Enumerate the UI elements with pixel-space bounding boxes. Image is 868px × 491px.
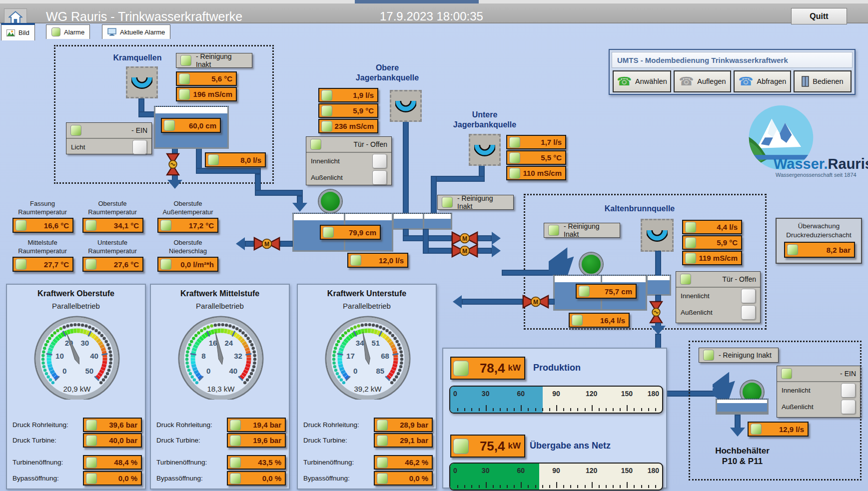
row-label: Bypassöffnung: <box>156 471 203 486</box>
hand-valve[interactable] <box>166 153 180 176</box>
cabinet-icon <box>802 76 809 87</box>
status-led <box>208 154 219 165</box>
licht-button[interactable] <box>132 140 147 154</box>
pipe-segment <box>428 248 452 254</box>
bypassoeffnung-display: 0,0 % <box>374 471 433 486</box>
obere-title: ObereJagerbankquelle <box>332 63 442 83</box>
kalt-outflow-display: 16,4 l/s <box>569 313 630 328</box>
phone-gray-icon: ☎ <box>679 75 694 87</box>
branch-arrows <box>549 246 585 277</box>
obere-flow-display: 1,9 l/s <box>318 88 378 102</box>
flow-arrow-left <box>453 295 462 308</box>
readout-label: UnterstufeRaumtemperatur <box>80 239 145 256</box>
flow-arrow-down <box>167 180 182 189</box>
status-lamp-green <box>580 253 603 276</box>
status-led <box>321 90 332 101</box>
druck-rohrleitung-display: 28,9 bar <box>374 418 433 432</box>
monitor-icon <box>107 28 116 36</box>
panel-label: ÜberwachungDruckreduzierschacht <box>777 222 861 239</box>
svg-text:34: 34 <box>356 339 364 347</box>
kraftwerk-unterstufe-panel: Kraftwerk Unterstufe Parallelbetrieb 017… <box>297 284 437 490</box>
turbinenoeffnung-display: 48,4 % <box>83 455 142 470</box>
hoch-reinigung-button[interactable]: - Reinigung Inakt <box>699 348 779 363</box>
bedienen-button[interactable]: Bedienen <box>794 70 852 92</box>
kalt-reinigung-button[interactable]: - Reinigung Inakt <box>544 223 620 238</box>
readout-label: OberstufeRaumtemperatur <box>80 200 145 217</box>
obere-tuer-panel: Tür - Offen Innenlicht Außenlicht <box>306 136 392 185</box>
tab-bild[interactable]: Bild <box>1 23 35 40</box>
kram-reinigung-button[interactable]: - Reinigung Inakt <box>176 53 252 68</box>
svg-text:M: M <box>533 299 538 306</box>
row-label: Druck Rohrleitung: <box>12 418 68 432</box>
kalt-tuer-panel: Tür - Offen Innenlicht Außenlicht <box>676 271 761 323</box>
auflegen-button[interactable]: ☎Auflegen <box>674 70 731 92</box>
motor-valve[interactable]: M <box>451 244 479 258</box>
spring-icon <box>469 134 501 166</box>
quit-button[interactable]: Quitt <box>791 8 847 24</box>
status-led <box>321 105 332 116</box>
tab-label: Aktuelle Alarme <box>120 28 165 36</box>
abfragen-button[interactable]: ☎Abfragen <box>734 70 791 92</box>
flow-arrow-down <box>292 203 307 212</box>
innenlicht-button[interactable] <box>741 289 756 303</box>
status-led <box>509 168 520 179</box>
collector-flow-display: 12,0 l/s <box>347 253 408 268</box>
readout-label: FassungRaumtemperatur <box>10 200 75 217</box>
row-label: Außenlicht <box>311 174 343 181</box>
anwaehlen-button[interactable]: ☎Anwählen <box>613 70 671 92</box>
innenlicht-button[interactable] <box>372 154 387 168</box>
motor-valve[interactable]: M <box>451 231 479 245</box>
svg-text:20,9 kW: 20,9 kW <box>63 385 91 393</box>
collector-tank-side <box>392 213 452 230</box>
status-led <box>579 286 590 297</box>
status-led <box>509 137 520 148</box>
svg-text:16: 16 <box>209 339 217 347</box>
kram-temp-display: 5,6 °C <box>176 71 237 86</box>
aussenlicht-button[interactable] <box>741 305 756 320</box>
hand-valve[interactable] <box>649 301 663 324</box>
flow-arrow-down <box>730 428 745 437</box>
phone-green-icon: ☎ <box>617 75 632 87</box>
status-led <box>15 220 26 231</box>
svg-text:40: 40 <box>229 367 237 375</box>
kram-conductivity-display: 196 mS/cm <box>176 87 237 101</box>
svg-text:24: 24 <box>225 339 233 347</box>
obere-conductivity-display: 236 mS/cm <box>318 119 378 133</box>
window-top-segment <box>355 0 479 3</box>
phone-blue-icon: ☎ <box>739 75 754 87</box>
pipe-segment <box>403 121 409 214</box>
tab-label: Alarme <box>64 28 84 36</box>
branch-arrows <box>713 369 745 402</box>
readout-label: OberstufeAußentemperatur <box>154 200 222 217</box>
panel-label: - EIN <box>131 126 147 134</box>
aussenlicht-button[interactable] <box>372 170 387 185</box>
status-led <box>85 220 96 231</box>
produktion-panel: 78,4kW Produktion 0306090120150180 75,4k… <box>442 348 667 489</box>
tab-alarme[interactable]: Alarme <box>46 24 90 39</box>
hoch-ein-panel: - EIN Innenlicht Außenlicht <box>777 366 861 418</box>
panel-title: Kraftwerk Oberstufe <box>7 289 145 298</box>
tab-aktuelle-alarme[interactable]: Aktuelle Alarme <box>102 24 170 39</box>
window-top-strip <box>0 0 868 3</box>
pipe-segment <box>478 248 492 254</box>
row-label: Außenlicht <box>681 309 713 316</box>
power-gauge: 0102030405020,9 kW <box>27 314 127 400</box>
collector-level-display: 79,9 cm <box>320 225 381 240</box>
aussenlicht-button[interactable] <box>841 400 856 414</box>
motor-valve[interactable]: M <box>522 295 550 309</box>
button-label: - Reinigung Inakt <box>196 52 248 68</box>
turbinenoeffnung-display: 43,5 % <box>227 455 286 470</box>
mode-label: Parallelbetrieb <box>7 302 145 310</box>
scada-screen: WG Rauris - Trinkwasserkraftwerke 17.9.2… <box>0 0 868 491</box>
motor-valve[interactable]: M <box>253 237 281 251</box>
row-label: Turbinenöffnung: <box>156 455 207 470</box>
svg-text:8: 8 <box>201 352 205 360</box>
innenlicht-button[interactable] <box>841 383 856 398</box>
logo-wordmark: Wasser.Rauris <box>774 156 868 172</box>
page-title: WG Rauris - Trinkwasserkraftwerke <box>46 9 242 24</box>
svg-text:18,3 kW: 18,3 kW <box>207 385 235 393</box>
flow-arrow-right <box>492 232 501 245</box>
zentral-reinigung-button[interactable]: - Reinigung Inakt <box>437 195 514 210</box>
status-led <box>160 259 171 270</box>
logo-subtitle: Wassergenossenschaft seit 1874 <box>776 172 857 178</box>
